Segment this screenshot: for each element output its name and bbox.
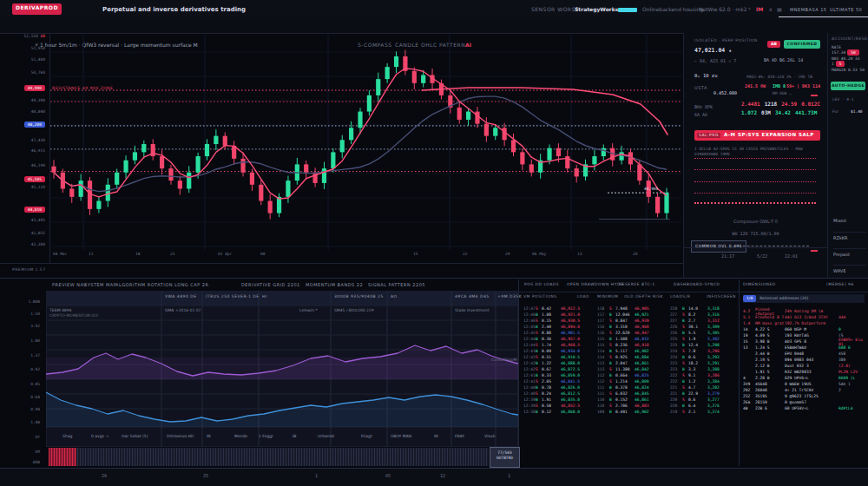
watch-chip[interactable]: 1/8	[743, 295, 756, 302]
table-title[interactable]: RESERVE BTC-1	[619, 282, 655, 287]
trade-row[interactable]: 111B0.37846,824	[597, 384, 663, 391]
grid-x-label[interactable]: Visub	[484, 434, 495, 439]
trade-row[interactable]: 12:43B0.0946,934.0	[523, 348, 589, 354]
trade-row[interactable]: 116B3.31046,960	[597, 324, 663, 330]
watch-row[interactable]: 131.24 SESBAHTWAD608 6	[743, 345, 865, 351]
trade-row[interactable]: 12:45S0.8846,901.5	[523, 330, 589, 336]
watch-row[interactable]: 2.19 S094 0983 043380	[743, 357, 865, 363]
nav-item-backend[interactable]: Onlinebackend housing	[642, 6, 703, 13]
account-metric-row[interactable]: MARGIN 8.53 50	[832, 68, 866, 73]
trade-row[interactable]: 117S0.84746,939	[597, 318, 663, 324]
table-title[interactable]: DASHBOARD-SYNCD	[674, 282, 720, 287]
watch-row[interactable]: 2EA281590 @somm57	[743, 399, 865, 405]
grid-x-label[interactable]: DVUseeva HD	[167, 434, 194, 439]
menu-ultimate[interactable]: ULTIMATE 50	[830, 7, 862, 13]
bottom-tab[interactable]: SYSTEM MAP	[84, 282, 116, 288]
time-axis-label[interactable]: 04 Mar	[53, 252, 67, 257]
confirm-button[interactable]: CONFIRMED	[784, 40, 820, 49]
trade-row[interactable]: 12:47S0.4246,912.5	[523, 305, 589, 312]
trade-row[interactable]: 112B0.66446,825	[597, 372, 663, 378]
table-title[interactable]: POS DD LOADS	[524, 282, 559, 287]
bottom-tab[interactable]: ALGORITHM ROTATION LONG CAP 2R	[115, 282, 209, 288]
trade-row[interactable]: 226S30.13,309	[670, 324, 736, 330]
trade-row[interactable]: 12:40B0.7846,826.0	[523, 384, 589, 391]
trade-row[interactable]: 12:43S0.5146,910.5	[523, 354, 589, 360]
auto-hedge-button[interactable]: AUTO-HEDGE	[831, 82, 865, 90]
trade-row[interactable]: 110B0.15246,861	[597, 397, 663, 403]
grid-x-label[interactable]: 0 avgs →	[91, 434, 108, 439]
grid-x-label[interactable]: IB	[293, 434, 296, 439]
grid-x-label[interactable]: Mende	[234, 434, 247, 439]
time-axis-label[interactable]: 18	[135, 252, 140, 257]
nav-item-sensor[interactable]: SENSOR WORST	[531, 6, 579, 13]
trade-row[interactable]: 12:38B0.1246,868.0	[523, 409, 589, 415]
watch-row[interactable]: 153.98 BAD3 GPS 8EXBDS+ Ecu 01	[743, 338, 865, 345]
table-title[interactable]: (Merge) 96	[826, 282, 854, 287]
time-axis-label[interactable]: 11	[89, 252, 93, 257]
trade-row[interactable]: 225B12.43,298	[670, 342, 736, 348]
trade-row[interactable]: 12:44S1.7446,968.5	[523, 342, 589, 348]
watch-row[interactable]: 4B22B 660 UP34V+LRdPtL4	[743, 405, 865, 411]
trade-row[interactable]: 226B5.53,305	[670, 330, 736, 336]
trade-row[interactable]: 228B14.03,318	[670, 305, 736, 312]
rm-dropdown[interactable]: RM DDB ⌄	[773, 91, 792, 96]
trade-row[interactable]: 219S2.13,274	[670, 409, 736, 415]
grid-x-label[interactable]: Urbanlat	[318, 434, 334, 439]
trade-row[interactable]: 12:41B0.3346,859.0	[523, 372, 589, 378]
table-title[interactable]: OPEN DRAWDOWN HYD3	[567, 282, 623, 287]
trade-row[interactable]: 227S8.23,316	[670, 312, 736, 318]
sidebar-menu-item[interactable]: Prepaid	[833, 248, 866, 258]
bottom-tab[interactable]: DERIVATIVE GRID 2201	[241, 282, 300, 288]
watch-row[interactable]: 2.12 BDust 032 3(2.0)	[743, 363, 865, 369]
account-metric-row[interactable]: RATE 157.3450	[832, 45, 866, 56]
trade-row[interactable]: 222S9.13,286	[670, 372, 736, 378]
time-axis-label[interactable]: 25	[170, 252, 174, 257]
app-logo[interactable]: DERIVAPROD	[12, 3, 62, 15]
time-axis-label[interactable]: 06 May	[532, 252, 546, 257]
trade-row[interactable]: 110S2.70646,883	[597, 403, 663, 409]
trade-row[interactable]: 223S18.23,291	[670, 360, 736, 366]
trade-row[interactable]: 221S4.73,282	[670, 384, 736, 391]
trade-row[interactable]: 109B0.49146,902	[597, 409, 663, 415]
menu-mnembasa[interactable]: MNEMBASA 15	[790, 7, 827, 13]
time-axis-label[interactable]: 20	[633, 252, 637, 257]
grid-x-label[interactable]: FRAY	[455, 434, 464, 439]
grid-view-icon[interactable]: ▤	[777, 6, 782, 13]
trade-row[interactable]: 117B12.04646,921	[597, 312, 663, 318]
trade-row[interactable]: 115S0.23646,918	[597, 342, 663, 348]
sidebar-menu-item[interactable]: Mixed	[833, 215, 866, 224]
time-axis-label[interactable]: 22	[463, 252, 467, 257]
watch-row[interactable]: 23Z351959 @9623 1TSL25	[743, 393, 865, 399]
bottom-tab[interactable]: MOMENTUM BANDS 22	[306, 282, 363, 288]
time-axis-label[interactable]: 29	[505, 252, 510, 257]
trade-row[interactable]: 116S22.62046,947	[597, 330, 663, 336]
trade-row[interactable]: 12:45B2.4046,894.0	[523, 324, 589, 330]
grid-x-label[interactable]: Shag	[62, 434, 72, 439]
watch-row[interactable]: 4.2Pinned +Outpost24% Rating DM (A	[743, 308, 865, 314]
trade-row[interactable]: 12:44B0.3646,957.0	[523, 336, 589, 342]
watch-row[interactable]: 29Z260484+ 21 TrSCRV2	[743, 387, 865, 393]
trade-row[interactable]: 221B22.93,279	[670, 391, 736, 397]
promo-banner[interactable]: SAL-PRG A-M SP:SYS EXPANSION SALP	[694, 130, 820, 141]
trade-row[interactable]: 114B5.11746,902	[597, 348, 663, 354]
trade-row[interactable]: 12:46S0.1546,930.5	[523, 318, 589, 324]
watch-row[interactable]: 1.91 SR3Z WB29833PL2R L2V	[743, 369, 865, 375]
trade-row[interactable]: 12:42S0.6746,872.5	[523, 366, 589, 372]
notifications-count[interactable]: 4	[769, 7, 772, 13]
account-metric-row[interactable]: NAV 40.20 33 15	[832, 56, 866, 67]
time-axis-label[interactable]: 01 Apr	[218, 252, 232, 257]
chevron-right-icon[interactable]: ›	[748, 4, 751, 13]
watch-row[interactable]: 1.4RM mass grat192.7% Outperform	[743, 320, 865, 326]
sidebar-menu-item[interactable]: RZkKR	[833, 232, 866, 241]
time-axis-label[interactable]: 13	[577, 252, 582, 257]
trade-row[interactable]: 223B3.33,288	[670, 366, 736, 372]
watch-row[interactable]: 144.22 S060 NSP M0	[743, 326, 865, 332]
bottom-tab[interactable]: PREVIEW NAV	[52, 282, 87, 288]
watch-row[interactable]: 2.44 BEPU 0448458	[743, 351, 865, 357]
timeline-scrubber[interactable]	[49, 448, 489, 466]
watch-row[interactable]: 42.28 B629 UPV6+LR609 (L	[743, 375, 865, 381]
trade-row[interactable]: 12:46B1.0846,921.0	[523, 312, 589, 318]
trade-row[interactable]: 12:39S0.5846,852.5	[523, 403, 589, 409]
trade-row[interactable]: 115B1.50846,933	[597, 336, 663, 342]
watch-row[interactable]: 3V9456480 WAEW 19U5SAK 1	[743, 381, 865, 387]
